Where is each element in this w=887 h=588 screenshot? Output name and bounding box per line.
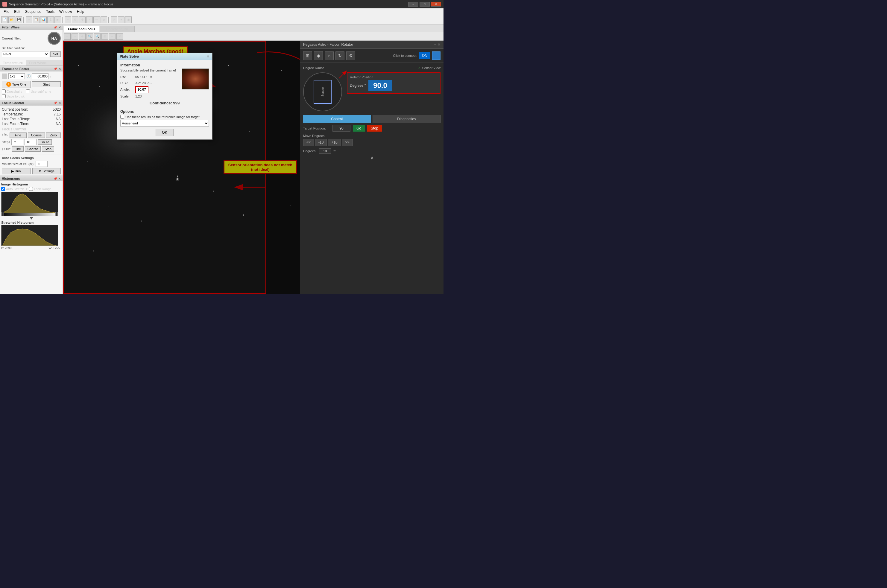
rot-info-icon[interactable]: ◆ — [314, 51, 323, 60]
save-disk-label[interactable]: Save to disk — [2, 94, 24, 98]
window-controls[interactable]: – □ ✕ — [408, 2, 441, 7]
histograms-header[interactable]: Histograms 📌 ✕ — [0, 176, 63, 181]
stretch-btn[interactable]: ↔ — [109, 33, 116, 40]
tb-circle[interactable]: ○ — [65, 16, 71, 23]
tb-sigma[interactable]: Σ — [47, 16, 54, 23]
control-btn[interactable]: Control — [303, 115, 371, 123]
set-filter-btn[interactable]: Set — [50, 51, 61, 57]
rot-settings-icon[interactable]: ⚙ — [346, 51, 355, 60]
focus-close-icon[interactable]: ✕ — [59, 101, 61, 105]
save-disk-cb[interactable] — [2, 94, 6, 98]
move-plus10-btn[interactable]: +10 — [328, 139, 341, 146]
tab-filter-wheel[interactable]: Filter Wheel — [26, 60, 50, 66]
auto-stretch-dropdown[interactable]: ▼ — [26, 188, 28, 190]
focus-pin-icon[interactable]: 📌 — [54, 101, 57, 105]
filter-close-icon[interactable]: ✕ — [59, 26, 61, 29]
tb-gear1[interactable]: ⚙ — [72, 16, 78, 23]
crosshairs-cb[interactable] — [2, 89, 6, 93]
steps-input2[interactable] — [24, 139, 36, 145]
tb-cut[interactable]: ✂ — [26, 16, 32, 23]
tab-horsehead[interactable]: ...Horsehead_30... — [100, 26, 135, 32]
menu-edit[interactable]: Edit — [12, 8, 23, 15]
ps-close-btn[interactable]: ✕ — [206, 54, 209, 58]
hist-thumb-right[interactable] — [56, 212, 58, 216]
tb-misc1[interactable]: ◎ — [111, 16, 117, 23]
nav-forward-btn[interactable]: → — [72, 33, 78, 40]
menu-file[interactable]: File — [1, 8, 12, 15]
tb-copy[interactable]: 📋 — [33, 16, 39, 23]
tb-open[interactable]: 📂 — [8, 16, 15, 23]
tb-misc2[interactable]: ● — [118, 16, 125, 23]
expand-btn[interactable]: ∨ — [303, 155, 440, 160]
auto-stretch-label[interactable]: Auto Stretch — [1, 187, 24, 191]
lock-range-label[interactable]: Lock Range — [29, 187, 51, 191]
menu-help[interactable]: Help — [75, 8, 87, 15]
lock-range-cb[interactable] — [29, 187, 33, 191]
maximize-btn[interactable]: □ — [419, 2, 430, 7]
tb-new[interactable]: 📄 — [1, 16, 8, 23]
ps-ok-btn[interactable]: OK — [156, 129, 173, 136]
take-one-btn[interactable]: 1 Take One — [2, 81, 31, 88]
move-rr-btn[interactable]: >> — [342, 139, 353, 146]
subframe-cb[interactable] — [26, 89, 30, 93]
tab-frame-focus[interactable]: Frame and Focus — [64, 26, 99, 32]
stop-small-btn[interactable]: Stop — [42, 146, 54, 152]
min-star-input[interactable] — [36, 161, 48, 167]
stop-btn[interactable]: Stop — [367, 125, 382, 132]
center-btn[interactable]: ⊕ — [79, 33, 86, 40]
rot-grid-icon[interactable]: ⊞ — [303, 51, 312, 60]
tb-save[interactable]: 💾 — [15, 16, 22, 23]
goto-btn[interactable]: Go To — [38, 140, 52, 145]
target-pos-input[interactable]: 90 — [332, 125, 350, 132]
ff-pin-icon[interactable]: 📌 — [54, 67, 57, 70]
menu-window[interactable]: Window — [57, 8, 75, 15]
tab-temperature[interactable]: Temperature — [0, 60, 26, 66]
settings-btn[interactable]: ⚙ Settings — [32, 168, 61, 174]
fit-btn[interactable]: ⊞ — [101, 33, 108, 40]
minimize-btn[interactable]: – — [408, 2, 418, 7]
hamburger-icon[interactable]: ≡ — [333, 148, 336, 153]
subframe-label[interactable]: Use subframe — [26, 89, 51, 93]
filter-wheel-header[interactable]: Filter Wheel 📌 ✕ — [0, 24, 63, 30]
fine-in-btn[interactable]: Fine — [10, 132, 27, 138]
coarse-out-btn[interactable]: Coarse — [25, 146, 41, 152]
tb-gear2[interactable]: ⚙ — [79, 16, 86, 23]
move-minus10-btn[interactable]: -10 — [315, 139, 327, 146]
rot-home-icon[interactable]: ⌂ — [325, 51, 334, 60]
run-btn[interactable]: ▶ Run — [2, 168, 30, 174]
tb-check[interactable]: ✓ — [86, 16, 93, 23]
zoom-out-btn[interactable]: 🔍 — [94, 33, 101, 40]
ff-close-icon[interactable]: ✕ — [59, 67, 61, 70]
focus-control-header[interactable]: Focus Control 📌 ✕ — [0, 100, 63, 106]
frame-focus-header[interactable]: Frame and Focus 📌 ✕ — [0, 66, 63, 72]
tb-misc3[interactable]: ◉ — [125, 16, 132, 23]
filter-pin-icon[interactable]: 📌 — [54, 26, 57, 29]
hist-pin-icon[interactable]: 📌 — [54, 177, 57, 180]
crosshairs-label[interactable]: Crosshairs — [2, 89, 23, 93]
move-ll-btn[interactable]: << — [303, 139, 314, 146]
target-select[interactable]: Horsehead — [120, 120, 209, 126]
hist-close-icon[interactable]: ✕ — [59, 177, 61, 180]
hist-thumb-left[interactable] — [2, 212, 4, 216]
rot-refresh-icon[interactable]: ↻ — [335, 51, 344, 60]
zoom-in-btn[interactable]: 🔍 — [86, 33, 93, 40]
tb-target[interactable]: ⊕ — [101, 16, 107, 23]
auto-stretch-cb[interactable] — [1, 187, 5, 191]
nav-back-btn[interactable]: ← — [64, 33, 71, 40]
diagnostics-btn[interactable]: Diagnostics — [373, 115, 441, 123]
use-results-cb[interactable] — [120, 115, 124, 119]
close-btn[interactable]: ✕ — [431, 2, 441, 7]
tb-play[interactable]: ▶ — [54, 16, 61, 23]
coarse-in-btn[interactable]: Coarse — [28, 132, 45, 138]
menu-tools[interactable]: Tools — [44, 8, 57, 15]
tb-pencil[interactable]: ✏ — [93, 16, 100, 23]
tb-chart[interactable]: 📊 — [40, 16, 47, 23]
rotate-btn[interactable]: ⟲ — [116, 33, 123, 40]
bin-select[interactable]: 1x1 — [8, 73, 25, 79]
go-btn[interactable]: Go — [353, 125, 365, 132]
filter-select[interactable]: Ha-N — [2, 51, 49, 57]
on-btn[interactable]: ON — [419, 52, 430, 59]
deg-input[interactable]: 10 — [319, 148, 331, 154]
zero-btn[interactable]: Zero — [46, 132, 61, 138]
start-btn[interactable]: Start — [32, 81, 61, 87]
